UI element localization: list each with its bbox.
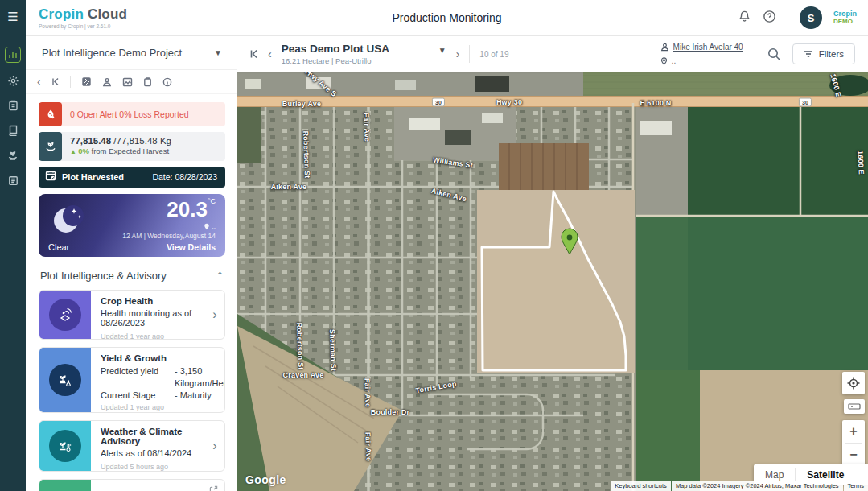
notifications-icon[interactable] <box>738 10 751 27</box>
help-icon[interactable] <box>763 10 776 27</box>
measure-tool-button[interactable] <box>844 399 865 414</box>
divider <box>788 8 788 27</box>
crop-health-card[interactable]: Crop Health Health monitoring as of 08/2… <box>39 290 225 340</box>
tasks-icon[interactable] <box>6 98 20 113</box>
my-location-button[interactable] <box>842 372 865 394</box>
farmer-icon[interactable] <box>102 77 112 87</box>
card-body-text: Health monitoring as of 08/26/2023 <box>101 308 202 328</box>
plot-nav-row: ‹ <box>26 70 237 94</box>
weather-advisory-icon <box>39 421 91 471</box>
next-plot-icon[interactable]: › <box>456 47 460 60</box>
temperature-value: 20.3°C <box>167 197 216 222</box>
chevron-down-icon: ▼ <box>438 46 446 55</box>
forms-icon[interactable] <box>6 173 20 188</box>
temperature-unit: °C <box>208 197 216 205</box>
divider <box>469 45 470 63</box>
project-selector[interactable]: Plot Intelligence Demo Project ▼ <box>26 36 237 70</box>
brand-logo[interactable]: Cropin Cloud Powered by Cropin | ver 2.6… <box>26 6 127 29</box>
top-header: Cropin Cloud Powered by Cropin | ver 2.6… <box>26 0 868 36</box>
card-updated: Updated 5 hours ago <box>101 463 202 471</box>
card-title: Crop Health <box>101 296 202 306</box>
card-updated: Updated 1 year ago <box>101 332 202 340</box>
project-selector-label: Plot Intelligence Demo Project <box>42 47 182 59</box>
brand-name: Cropin <box>39 6 84 22</box>
harvested-date: Date: 08/28/2023 <box>152 172 217 182</box>
advisory-title: Plot Intelligence & Advisory <box>40 270 167 282</box>
filters-button[interactable]: Filters <box>792 43 855 64</box>
person-icon <box>660 43 669 52</box>
open-alert-banner[interactable]: 0 Open Alert 0% Loss Reported <box>39 102 225 126</box>
advisory-section-header: Plot Intelligence & Advisory ⌃ <box>40 270 224 282</box>
brand-version: Powered by Cropin | ver 2.61.0 <box>39 23 127 29</box>
harvest-actual: 77,815.48 <box>70 136 111 146</box>
menu-icon[interactable]: ☰ <box>7 10 18 24</box>
skip-first-plot-icon[interactable] <box>249 49 258 59</box>
clipboard-icon[interactable] <box>143 77 152 87</box>
weather-advisory-card[interactable]: Weather & Climate Advisory Alerts as of … <box>39 420 225 472</box>
weather-location: .. <box>204 223 216 230</box>
plot-layers-icon[interactable] <box>81 76 92 87</box>
zoom-in-button[interactable]: + <box>842 420 865 443</box>
keyboard-shortcuts-link[interactable]: Keyboard shortcuts <box>611 481 671 491</box>
metric-value: - 3,150 Kilogram/Hectare <box>175 365 225 390</box>
plot-selector[interactable]: Peas Demo Plot USA 16.21 Hectare | Pea-U… <box>282 43 446 65</box>
plot-pagination: 10 of 19 <box>479 50 508 59</box>
plot-intelligence-panel: Plot Intelligence Demo Project ▼ ‹ <box>26 36 237 491</box>
advisory-icon <box>39 480 91 491</box>
map-toolbar: ‹ Peas Demo Plot USA 16.21 Hectare | Pea… <box>237 36 868 72</box>
chevron-left-icon[interactable]: ‹ <box>37 76 40 88</box>
plot-harvested-bar: Plot Harvested Date: 08/28/2023 <box>39 167 225 188</box>
nav-rail: ☰ <box>0 0 26 491</box>
analytics-icon[interactable] <box>5 47 21 63</box>
org-badge: Cropin DEMO <box>833 10 857 26</box>
search-icon[interactable] <box>767 47 781 61</box>
plot-subtitle: 16.21 Hectare | Pea-Utrillo <box>282 56 389 65</box>
map-canvas[interactable]: Hwy Ave SBurley Ave30Hwy 30E 6100 N30160… <box>237 72 868 491</box>
divider <box>70 76 71 88</box>
harvest-summary-banner: 77,815.48 /77,815.48 Kg ▲ 0% from Expect… <box>39 132 225 161</box>
weather-condition: Clear <box>48 242 69 252</box>
pest-alert-icon <box>39 102 62 126</box>
satellite-imagery <box>237 72 868 491</box>
imagery-icon[interactable] <box>122 77 133 87</box>
metric-label: Current Stage <box>101 390 175 402</box>
page-title: Production Monitoring <box>392 11 501 24</box>
yield-growth-card[interactable]: Yield & Growth Predicted yield- 3,150 Ki… <box>39 347 225 413</box>
user-avatar[interactable]: S <box>800 6 822 29</box>
chevron-right-icon[interactable]: › <box>205 291 224 339</box>
google-logo: Google <box>245 473 286 486</box>
zoom-out-button[interactable]: − <box>842 444 865 466</box>
map-attribution: Keyboard shortcuts Map data ©2024 Imager… <box>610 481 868 491</box>
expand-icon[interactable] <box>209 483 218 491</box>
skip-start-icon[interactable] <box>51 77 60 86</box>
info-icon[interactable] <box>162 77 172 87</box>
next-advisory-card[interactable] <box>39 479 225 491</box>
terms-link[interactable]: Terms <box>844 481 868 491</box>
map-data-credit: Map data ©2024 Imagery ©2024 Airbus, Max… <box>672 481 843 491</box>
harvest-yield-icon <box>39 132 62 161</box>
card-title: Yield & Growth <box>101 353 225 363</box>
metric-value: - Maturity <box>175 390 225 402</box>
card-body-text: Alerts as of 08/14/2024 <box>101 448 202 458</box>
harvest-icon[interactable] <box>6 148 20 163</box>
chevron-up-icon[interactable]: ⌃ <box>216 270 224 281</box>
yield-growth-icon <box>39 348 91 412</box>
org-env: DEMO <box>833 19 857 26</box>
up-arrow-icon: ▲ <box>70 148 78 155</box>
harvest-expected: /77,815.48 Kg <box>111 136 171 146</box>
weather-view-details-link[interactable]: View Details <box>167 242 216 252</box>
owner-link[interactable]: Mike Irish Avelar 40 <box>673 42 743 53</box>
map-view-button[interactable]: Map <box>754 469 795 481</box>
library-icon[interactable] <box>6 123 20 138</box>
card-updated: Updated 1 year ago <box>101 403 225 411</box>
brand-suffix: Cloud <box>88 6 127 22</box>
chevron-right-icon[interactable]: › <box>205 421 224 471</box>
settings-icon[interactable] <box>6 73 20 88</box>
map-section: ‹ Peas Demo Plot USA 16.21 Hectare | Pea… <box>237 36 868 491</box>
location-pin-icon <box>660 57 668 65</box>
filter-icon <box>804 50 813 58</box>
harvested-label: Plot Harvested <box>62 172 124 182</box>
metric-label: Predicted yield <box>101 365 175 390</box>
prev-plot-icon[interactable]: ‹ <box>268 47 272 60</box>
satellite-view-button[interactable]: Satellite <box>796 469 855 481</box>
